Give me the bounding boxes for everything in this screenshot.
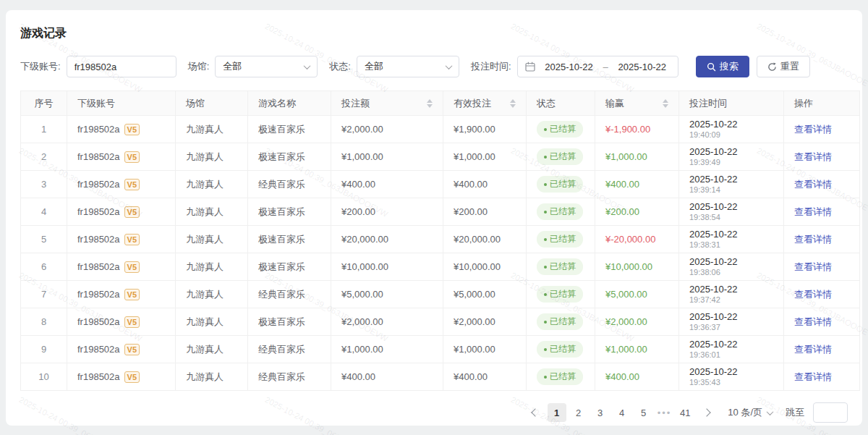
cell-game-name: 极速百家乐 <box>248 116 331 143</box>
cell-index: 5 <box>21 226 67 253</box>
win-loss-amount: ¥400.00 <box>605 179 639 190</box>
page-button-41[interactable]: 41 <box>676 403 694 422</box>
reset-button[interactable]: 重置 <box>757 56 810 77</box>
cell-bet-amount: ¥10,000.00 <box>331 253 443 281</box>
cell-bet-amount: ¥400.00 <box>331 171 443 198</box>
cell-win-loss: ¥-20,000.00 <box>595 226 679 253</box>
view-details-link[interactable]: 查看详情 <box>794 261 832 272</box>
table-header-row: 序号下级账号场馆游戏名称投注额有效投注状态输赢投注时间操作 <box>21 91 860 116</box>
cell-account: fr198502aV5 <box>67 116 176 143</box>
cell-status: 已结算 <box>527 226 595 253</box>
status-label: 已结算 <box>550 178 576 190</box>
view-details-link[interactable]: 查看详情 <box>794 206 832 217</box>
status-badge: 已结算 <box>537 286 583 303</box>
view-details-link[interactable]: 查看详情 <box>794 179 832 190</box>
next-page-button[interactable] <box>697 403 716 422</box>
sort-down-caret <box>427 104 433 108</box>
page-button-1[interactable]: 1 <box>548 403 566 422</box>
cell-status: 已结算 <box>527 116 595 143</box>
chevron-right-icon <box>703 408 711 416</box>
cell-win-loss: ¥-1,900.00 <box>595 116 679 143</box>
cell-game-name: 经典百家乐 <box>248 281 331 308</box>
page-button-3[interactable]: 3 <box>591 403 610 422</box>
cell-action: 查看详情 <box>784 143 860 171</box>
vip-level-badge: V5 <box>124 234 140 245</box>
venue-select[interactable]: 全部 <box>215 56 318 77</box>
column-header-time: 投注时间 <box>679 91 784 116</box>
column-header-inner: 输赢 <box>605 97 668 110</box>
vip-level-badge: V5 <box>124 344 140 355</box>
search-button[interactable]: 搜索 <box>696 56 749 77</box>
sort-icon[interactable] <box>510 99 516 108</box>
account-filter-label: 下级账号: <box>20 60 61 73</box>
cell-action: 查看详情 <box>784 363 860 391</box>
chevron-down-icon <box>767 408 774 415</box>
chevron-down-icon <box>304 62 311 69</box>
view-details-link[interactable]: 查看详情 <box>794 371 832 382</box>
sort-icon[interactable] <box>427 99 433 108</box>
cell-account: fr198502aV5 <box>67 143 176 171</box>
cell-win-loss: ¥10,000.00 <box>595 253 679 281</box>
status-badge: 已结算 <box>537 313 583 330</box>
cell-account: fr198502aV5 <box>67 253 176 281</box>
cell-account: fr198502aV5 <box>67 363 176 391</box>
column-header-inner: 场馆 <box>186 97 237 110</box>
account-name: fr198502a <box>77 316 120 327</box>
column-header-inner: 序号 <box>31 97 56 110</box>
cell-action: 查看详情 <box>784 253 860 281</box>
vip-level-badge: V5 <box>124 151 140 163</box>
view-details-link[interactable]: 查看详情 <box>794 151 832 162</box>
page-size-value: 10 条/页 <box>728 406 762 419</box>
cell-bet-time: 2025-10-2219:35:43 <box>679 363 784 391</box>
vip-level-badge: V5 <box>124 206 140 218</box>
column-header-status: 状态 <box>527 91 595 116</box>
cell-valid-bet: ¥10,000.00 <box>443 253 527 281</box>
cell-bet-amount: ¥1,000.00 <box>331 143 443 171</box>
column-header-winloss[interactable]: 输赢 <box>595 91 679 116</box>
status-dot-icon <box>544 183 547 186</box>
sort-icon[interactable] <box>663 99 668 108</box>
view-details-link[interactable]: 查看详情 <box>794 234 832 245</box>
date-range-picker[interactable]: 2025-10-22 – 2025-10-22 <box>517 56 678 77</box>
win-loss-amount: ¥200.00 <box>605 206 639 217</box>
prev-page-button[interactable] <box>526 403 545 422</box>
cell-bet-amount: ¥5,000.00 <box>331 281 443 308</box>
filter-bar: 下级账号: 场馆: 全部 状态: 全部 投注时间: <box>20 56 848 77</box>
cell-action: 查看详情 <box>784 336 860 363</box>
view-details-link[interactable]: 查看详情 <box>794 344 832 355</box>
sort-up-caret <box>510 99 516 103</box>
cell-status: 已结算 <box>527 253 595 281</box>
jump-to-input[interactable] <box>813 402 848 423</box>
page-size-select[interactable]: 10 条/页 <box>728 406 773 419</box>
cell-game-name: 极速百家乐 <box>248 308 331 336</box>
cell-bet-time: 2025-10-2219:38:06 <box>679 253 784 281</box>
bet-date: 2025-10-22 <box>689 284 773 295</box>
column-header-inner: 状态 <box>537 97 584 110</box>
page-button-2[interactable]: 2 <box>569 403 588 422</box>
game-records-table: 序号下级账号场馆游戏名称投注额有效投注状态输赢投注时间操作 1fr198502a… <box>20 90 860 391</box>
bet-date: 2025-10-22 <box>689 174 773 185</box>
status-select[interactable]: 全部 <box>357 56 459 77</box>
account-input[interactable] <box>67 56 176 77</box>
page-button-5[interactable]: 5 <box>634 403 653 422</box>
status-dot-icon <box>544 238 547 241</box>
cell-bet-time: 2025-10-2219:36:37 <box>679 308 784 336</box>
table-body: 1fr198502aV5九游真人极速百家乐¥2,000.00¥1,900.00已… <box>21 116 860 391</box>
bet-time: 19:40:09 <box>689 130 773 140</box>
vip-level-badge: V5 <box>124 179 140 190</box>
page-button-4[interactable]: 4 <box>613 403 631 422</box>
bet-time: 19:38:06 <box>689 268 773 277</box>
account-name: fr198502a <box>77 206 120 217</box>
view-details-link[interactable]: 查看详情 <box>794 289 832 300</box>
cell-index: 8 <box>21 308 67 336</box>
column-header-label: 投注时间 <box>689 97 727 110</box>
column-header-bet[interactable]: 投注额 <box>331 91 443 116</box>
bet-date: 2025-10-22 <box>689 229 773 240</box>
cell-bet-amount: ¥1,000.00 <box>331 336 443 363</box>
table-row: 6fr198502aV5九游真人极速百家乐¥10,000.00¥10,000.0… <box>21 253 860 281</box>
view-details-link[interactable]: 查看详情 <box>794 316 832 327</box>
cell-index: 6 <box>21 253 67 281</box>
column-header-valid[interactable]: 有效投注 <box>443 91 527 116</box>
cell-valid-bet: ¥1,900.00 <box>443 116 527 143</box>
view-details-link[interactable]: 查看详情 <box>794 124 832 135</box>
